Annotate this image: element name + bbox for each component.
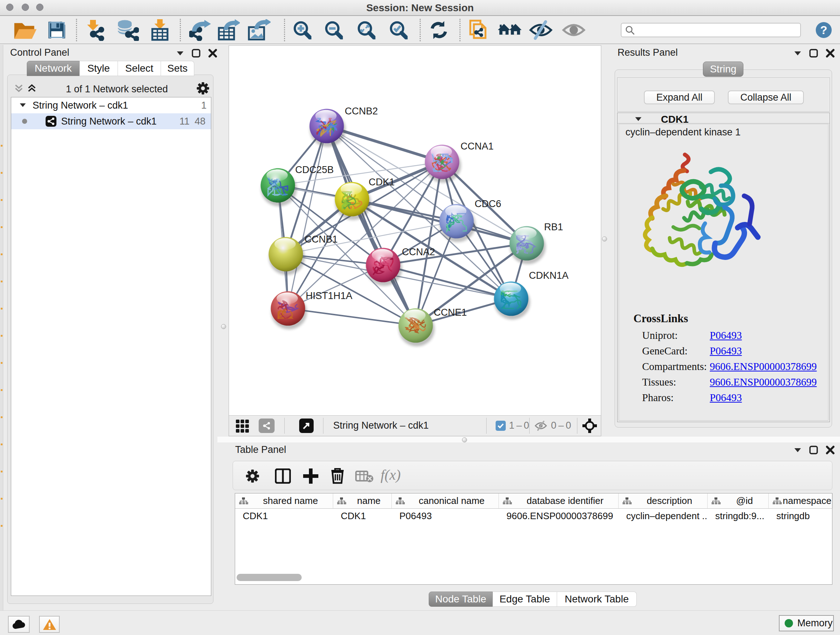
- svg-text:?: ?: [820, 24, 827, 36]
- svg-text:CDKN1A: CDKN1A: [529, 270, 569, 281]
- svg-text:CCNB2: CCNB2: [345, 106, 378, 117]
- svg-text:CDK1: CDK1: [369, 177, 395, 187]
- svg-text:CDC25B: CDC25B: [295, 165, 334, 175]
- svg-text:CCNB1: CCNB1: [305, 234, 338, 245]
- svg-text:CCNA1: CCNA1: [461, 141, 494, 152]
- svg-text:CCNA2: CCNA2: [402, 247, 435, 257]
- svg-text:CCNE1: CCNE1: [434, 307, 467, 318]
- svg-text:RB1: RB1: [544, 222, 563, 233]
- svg-text:HIST1H1A: HIST1H1A: [306, 290, 352, 301]
- svg-text:CDC6: CDC6: [475, 198, 501, 209]
